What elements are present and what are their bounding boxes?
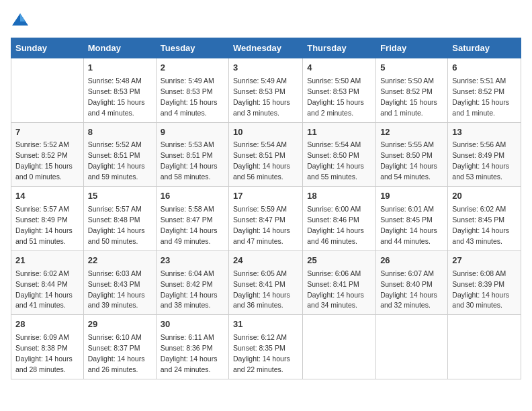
- logo: [11, 11, 32, 30]
- calendar-cell: 30 Sunrise: 6:11 AM Sunset: 8:36 PM Dayl…: [156, 315, 228, 379]
- day-number: 24: [233, 255, 298, 267]
- calendar-cell: [376, 315, 448, 379]
- sunrise-text: Sunrise: 5:57 AM: [88, 205, 142, 213]
- sunrise-text: Sunrise: 5:51 AM: [452, 77, 506, 85]
- sunrise-text: Sunrise: 5:48 AM: [88, 77, 142, 85]
- sunrise-text: Sunrise: 5:59 AM: [233, 205, 287, 213]
- sunrise-text: Sunrise: 5:55 AM: [380, 140, 434, 148]
- day-number: 14: [15, 190, 79, 203]
- calendar-cell: 14 Sunrise: 5:57 AM Sunset: 8:49 PM Dayl…: [11, 187, 84, 251]
- sunset-text: Sunset: 8:43 PM: [88, 280, 140, 288]
- daylight-text: Daylight: 14 hours and 32 minutes.: [380, 291, 437, 310]
- day-number: 5: [380, 62, 443, 75]
- day-number: 8: [88, 126, 152, 139]
- sunset-text: Sunset: 8:51 PM: [88, 151, 140, 159]
- calendar-cell: 26 Sunrise: 6:07 AM Sunset: 8:40 PM Dayl…: [376, 250, 448, 315]
- daylight-text: Daylight: 15 hours and 1 minute.: [380, 98, 437, 117]
- sunset-text: Sunset: 8:38 PM: [15, 344, 68, 352]
- day-header-sunday: Sunday: [11, 38, 84, 58]
- day-number: 4: [307, 62, 371, 75]
- day-number: 31: [233, 318, 298, 331]
- calendar-cell: [303, 315, 376, 379]
- sunrise-text: Sunrise: 5:50 AM: [380, 77, 434, 85]
- logo-icon: [11, 11, 30, 30]
- sunset-text: Sunset: 8:47 PM: [161, 216, 213, 224]
- day-number: 1: [88, 62, 152, 75]
- calendar-cell: 13 Sunrise: 5:56 AM Sunset: 8:49 PM Dayl…: [448, 122, 521, 187]
- calendar-cell: 22 Sunrise: 6:03 AM Sunset: 8:43 PM Dayl…: [83, 250, 156, 315]
- daylight-text: Daylight: 14 hours and 36 minutes.: [233, 291, 290, 310]
- daylight-text: Daylight: 14 hours and 26 minutes.: [88, 355, 145, 373]
- day-number: 30: [161, 318, 224, 331]
- day-number: 29: [88, 318, 152, 331]
- calendar-cell: 29 Sunrise: 6:10 AM Sunset: 8:37 PM Dayl…: [83, 315, 156, 379]
- day-number: 13: [452, 126, 517, 139]
- sunset-text: Sunset: 8:49 PM: [452, 151, 504, 159]
- calendar-week-4: 21 Sunrise: 6:02 AM Sunset: 8:44 PM Dayl…: [11, 250, 521, 315]
- daylight-text: Daylight: 14 hours and 28 minutes.: [15, 355, 73, 373]
- sunrise-text: Sunrise: 6:09 AM: [15, 333, 69, 341]
- day-number: 11: [307, 126, 371, 139]
- day-number: 17: [233, 190, 298, 203]
- sunset-text: Sunset: 8:36 PM: [161, 344, 213, 352]
- day-header-thursday: Thursday: [303, 38, 376, 58]
- sunset-text: Sunset: 8:50 PM: [380, 151, 433, 159]
- day-number: 18: [307, 190, 371, 203]
- calendar-cell: 24 Sunrise: 6:05 AM Sunset: 8:41 PM Dayl…: [229, 250, 303, 315]
- sunset-text: Sunset: 8:37 PM: [88, 344, 140, 352]
- calendar-cell: [448, 315, 521, 379]
- daylight-text: Daylight: 14 hours and 24 minutes.: [161, 355, 218, 373]
- daylight-text: Daylight: 15 hours and 1 minute.: [452, 98, 509, 117]
- day-number: 28: [15, 318, 79, 331]
- daylight-text: Daylight: 14 hours and 46 minutes.: [307, 226, 364, 245]
- sunrise-text: Sunrise: 6:02 AM: [15, 269, 69, 277]
- calendar-cell: 10 Sunrise: 5:54 AM Sunset: 8:51 PM Dayl…: [229, 122, 303, 187]
- sunrise-text: Sunrise: 6:10 AM: [88, 333, 142, 341]
- day-header-friday: Friday: [376, 38, 448, 58]
- sunset-text: Sunset: 8:50 PM: [307, 151, 359, 159]
- sunrise-text: Sunrise: 6:11 AM: [161, 333, 214, 341]
- calendar-header-row: SundayMondayTuesdayWednesdayThursdayFrid…: [11, 38, 521, 58]
- daylight-text: Daylight: 14 hours and 39 minutes.: [88, 291, 145, 310]
- sunset-text: Sunset: 8:52 PM: [15, 151, 68, 159]
- day-number: 9: [161, 126, 224, 139]
- sunset-text: Sunset: 8:39 PM: [452, 280, 504, 288]
- sunrise-text: Sunrise: 6:12 AM: [233, 333, 287, 341]
- day-number: 16: [161, 190, 224, 203]
- sunrise-text: Sunrise: 5:54 AM: [307, 140, 361, 148]
- sunrise-text: Sunrise: 5:52 AM: [15, 140, 69, 148]
- calendar-cell: 20 Sunrise: 6:02 AM Sunset: 8:45 PM Dayl…: [448, 187, 521, 251]
- day-number: 2: [161, 62, 224, 75]
- day-header-saturday: Saturday: [448, 38, 521, 58]
- calendar-cell: 27 Sunrise: 6:08 AM Sunset: 8:39 PM Dayl…: [448, 250, 521, 315]
- sunrise-text: Sunrise: 6:01 AM: [380, 205, 434, 213]
- calendar-cell: 25 Sunrise: 6:06 AM Sunset: 8:41 PM Dayl…: [303, 250, 376, 315]
- sunset-text: Sunset: 8:44 PM: [15, 280, 68, 288]
- day-number: 27: [452, 255, 517, 267]
- daylight-text: Daylight: 14 hours and 22 minutes.: [233, 355, 290, 373]
- calendar-table: SundayMondayTuesdayWednesdayThursdayFrid…: [11, 38, 521, 379]
- daylight-text: Daylight: 14 hours and 49 minutes.: [161, 226, 218, 245]
- sunset-text: Sunset: 8:52 PM: [380, 87, 433, 95]
- sunrise-text: Sunrise: 5:53 AM: [161, 140, 214, 148]
- sunset-text: Sunset: 8:53 PM: [233, 87, 285, 95]
- day-number: 22: [88, 255, 152, 267]
- calendar-cell: 15 Sunrise: 5:57 AM Sunset: 8:48 PM Dayl…: [83, 187, 156, 251]
- sunrise-text: Sunrise: 6:00 AM: [307, 205, 361, 213]
- calendar-cell: 8 Sunrise: 5:52 AM Sunset: 8:51 PM Dayli…: [83, 122, 156, 187]
- daylight-text: Daylight: 14 hours and 44 minutes.: [380, 226, 437, 245]
- calendar-cell: 5 Sunrise: 5:50 AM Sunset: 8:52 PM Dayli…: [376, 58, 448, 123]
- sunset-text: Sunset: 8:42 PM: [161, 280, 213, 288]
- sunrise-text: Sunrise: 6:02 AM: [452, 205, 506, 213]
- calendar-cell: 16 Sunrise: 5:58 AM Sunset: 8:47 PM Dayl…: [156, 187, 228, 251]
- calendar-cell: 28 Sunrise: 6:09 AM Sunset: 8:38 PM Dayl…: [11, 315, 84, 379]
- sunset-text: Sunset: 8:41 PM: [307, 280, 359, 288]
- day-number: 25: [307, 255, 371, 267]
- daylight-text: Daylight: 14 hours and 59 minutes.: [88, 162, 145, 181]
- daylight-text: Daylight: 14 hours and 54 minutes.: [380, 162, 437, 181]
- daylight-text: Daylight: 15 hours and 4 minutes.: [161, 98, 218, 117]
- sunset-text: Sunset: 8:47 PM: [233, 216, 285, 224]
- calendar-cell: 17 Sunrise: 5:59 AM Sunset: 8:47 PM Dayl…: [229, 187, 303, 251]
- calendar-cell: 7 Sunrise: 5:52 AM Sunset: 8:52 PM Dayli…: [11, 122, 84, 187]
- sunrise-text: Sunrise: 6:08 AM: [452, 269, 506, 277]
